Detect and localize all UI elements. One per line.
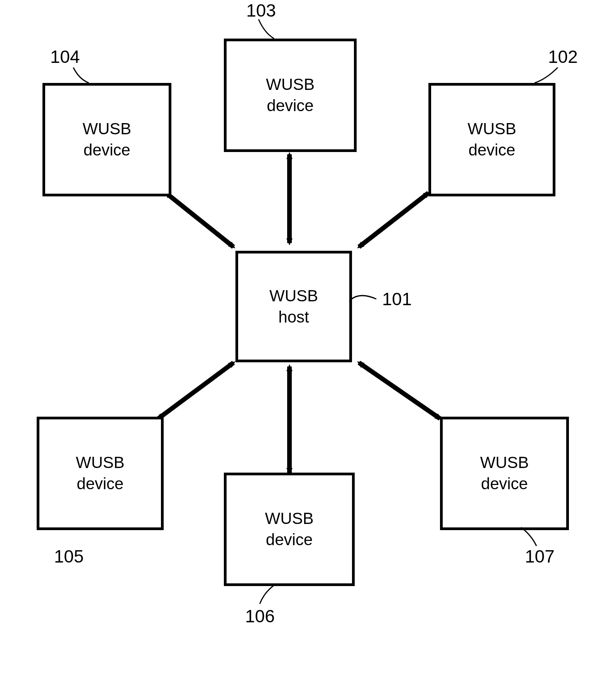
wusb-device-103-box: WUSB device (224, 39, 357, 152)
svg-line-6 (158, 363, 234, 419)
wusb-device-102-box: WUSB device (428, 83, 555, 196)
device-label-line2: device (266, 529, 313, 551)
device-label-line1: WUSB (83, 118, 131, 140)
leader-103 (255, 17, 282, 41)
label-102: 102 (548, 46, 578, 67)
device-label-line1: WUSB (468, 118, 516, 140)
device-label-line2: device (469, 140, 515, 161)
label-107: 107 (525, 546, 555, 567)
svg-line-5 (359, 193, 428, 247)
device-label-line2: device (481, 473, 528, 495)
device-label-line1: WUSB (76, 452, 125, 473)
wusb-device-105-box: WUSB device (37, 417, 164, 530)
wusb-host-box: WUSB host (235, 251, 352, 362)
label-105: 105 (54, 546, 84, 567)
device-label-line2: device (83, 140, 130, 161)
leader-104 (71, 66, 95, 85)
label-101: 101 (382, 289, 412, 309)
device-label-line2: device (267, 95, 313, 117)
leader-106 (257, 585, 280, 606)
wusb-device-107-box: WUSB device (440, 417, 569, 530)
label-103: 103 (246, 0, 276, 21)
host-label-line2: host (278, 307, 309, 328)
label-104: 104 (50, 46, 80, 67)
label-106: 106 (245, 606, 275, 627)
leader-102 (533, 66, 564, 85)
svg-line-7 (359, 363, 440, 419)
device-label-line1: WUSB (266, 74, 315, 95)
svg-line-4 (166, 193, 234, 247)
device-label-line1: WUSB (480, 452, 529, 473)
leader-107 (517, 527, 540, 548)
host-label-line1: WUSB (269, 286, 318, 307)
wusb-device-106-box: WUSB device (224, 473, 355, 586)
device-label-line2: device (77, 473, 124, 495)
leader-101 (347, 289, 382, 309)
device-label-line1: WUSB (265, 508, 314, 529)
wusb-device-104-box: WUSB device (42, 83, 171, 196)
